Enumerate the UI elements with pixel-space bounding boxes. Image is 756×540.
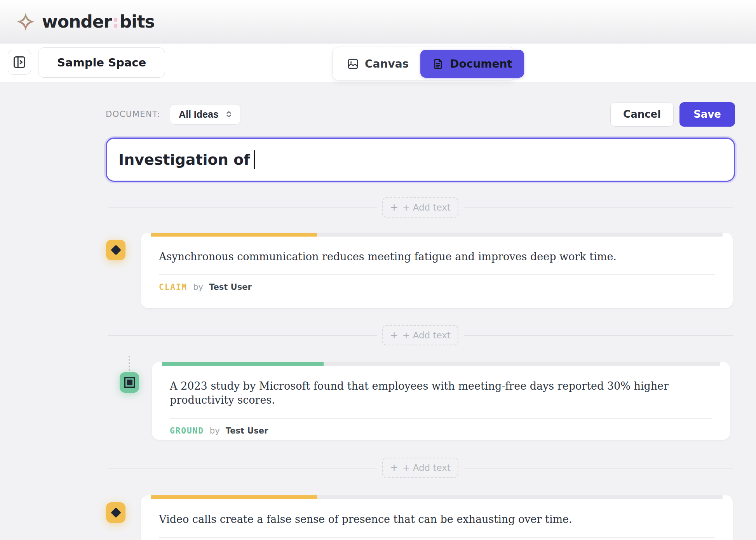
add-text-label: + Add text bbox=[402, 202, 451, 213]
tab-canvas[interactable]: Canvas bbox=[335, 50, 420, 78]
document-select[interactable]: All Ideas bbox=[170, 104, 241, 125]
card-meta: CLAIMbyTest User bbox=[141, 538, 733, 540]
claim-badge[interactable] bbox=[106, 502, 125, 523]
plus-icon: + bbox=[390, 202, 398, 213]
add-text-label: + Add text bbox=[402, 330, 451, 340]
idea-card[interactable]: A 2023 study by Microsoft found that emp… bbox=[152, 362, 730, 440]
image-icon bbox=[347, 58, 359, 70]
document-select-value: All Ideas bbox=[179, 109, 219, 120]
card-top-track bbox=[151, 233, 723, 237]
document-bar: DOCUMENT: All Ideas Cancel Save bbox=[106, 102, 735, 127]
idea-card[interactable]: Video calls create a false sense of pres… bbox=[141, 495, 733, 540]
claim-badge[interactable] bbox=[106, 240, 125, 260]
card-type-label: GROUND bbox=[170, 426, 204, 435]
add-text-section: ++ Add text bbox=[106, 308, 735, 362]
card-meta: CLAIMbyTest User bbox=[141, 275, 733, 302]
card-author: Test User bbox=[209, 282, 252, 292]
card-type-label: CLAIM bbox=[159, 282, 187, 292]
card-by-label: by bbox=[210, 426, 220, 435]
brand-colon: : bbox=[111, 12, 120, 31]
tab-canvas-label: Canvas bbox=[365, 57, 409, 70]
add-text-label: + Add text bbox=[402, 463, 451, 473]
card-author: Test User bbox=[226, 426, 268, 435]
card-accent-bar bbox=[151, 233, 317, 237]
card-meta: GROUNDbyTest User bbox=[152, 419, 730, 440]
chevron-updown-icon bbox=[224, 110, 233, 119]
add-text-button[interactable]: ++ Add text bbox=[382, 197, 458, 218]
add-text-button[interactable]: ++ Add text bbox=[382, 325, 458, 345]
nested-square-icon bbox=[124, 377, 135, 388]
title-input[interactable]: Investigation of bbox=[106, 138, 735, 182]
plus-icon: + bbox=[390, 329, 398, 341]
tab-document-label: Document bbox=[450, 57, 512, 70]
document-icon bbox=[432, 58, 444, 70]
card-text: Asynchronous communication reduces meeti… bbox=[141, 233, 733, 264]
card-row: Video calls create a false sense of pres… bbox=[106, 495, 735, 540]
title-input-value: Investigation of bbox=[118, 151, 250, 168]
cancel-button[interactable]: Cancel bbox=[610, 102, 674, 127]
ground-badge[interactable] bbox=[120, 372, 139, 393]
add-text-section: ++ Add text bbox=[106, 182, 735, 233]
card-text: Video calls create a false sense of pres… bbox=[141, 495, 733, 526]
diamond-icon bbox=[111, 507, 121, 518]
card-row: Asynchronous communication reduces meeti… bbox=[106, 233, 735, 308]
sparkle-icon bbox=[16, 12, 35, 31]
card-top-track bbox=[151, 495, 723, 499]
toolbar: Sample Space Canvas bbox=[0, 44, 756, 82]
card-accent-bar bbox=[151, 495, 317, 499]
content-area: DOCUMENT: All Ideas Cancel Save Investig bbox=[0, 102, 756, 540]
view-tab-group: Canvas Document bbox=[332, 47, 516, 81]
card-by-label: by bbox=[193, 282, 203, 292]
card-text: A 2023 study by Microsoft found that emp… bbox=[152, 362, 730, 408]
card-top-track bbox=[162, 362, 720, 366]
sidebar-toggle-button[interactable] bbox=[8, 50, 31, 75]
thread-connector bbox=[129, 356, 130, 371]
plus-icon: + bbox=[390, 462, 398, 473]
card-row: A 2023 study by Microsoft found that emp… bbox=[106, 362, 735, 440]
add-text-button[interactable]: ++ Add text bbox=[382, 458, 458, 478]
document-body: ++ Add textAsynchronous communication re… bbox=[106, 182, 735, 540]
nested-square-inner bbox=[127, 380, 132, 385]
tab-document[interactable]: Document bbox=[420, 50, 524, 78]
card-accent-bar bbox=[162, 362, 324, 366]
app-header: wonder:bits bbox=[0, 0, 756, 44]
add-text-section: ++ Add text bbox=[106, 440, 735, 495]
idea-card[interactable]: Asynchronous communication reduces meeti… bbox=[141, 233, 733, 308]
panel-right-icon bbox=[12, 55, 26, 69]
save-button[interactable]: Save bbox=[679, 102, 735, 127]
space-button[interactable]: Sample Space bbox=[38, 47, 165, 78]
diamond-icon bbox=[111, 245, 121, 255]
text-caret bbox=[254, 150, 255, 169]
brand-name: wonder:bits bbox=[42, 12, 155, 31]
brand-logo: wonder:bits bbox=[16, 12, 155, 31]
document-label: DOCUMENT: bbox=[106, 110, 160, 119]
